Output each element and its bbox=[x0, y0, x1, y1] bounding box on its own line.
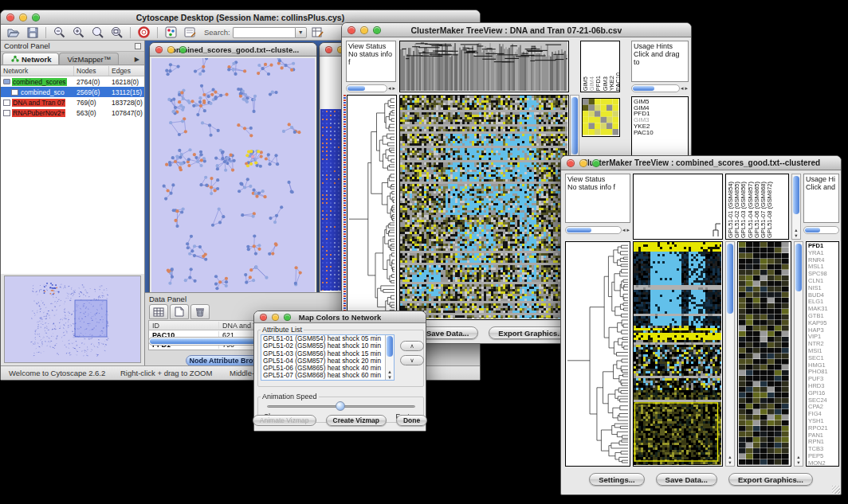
new-attribute-icon[interactable] bbox=[170, 304, 189, 319]
gene-label[interactable]: HRD3 bbox=[808, 383, 838, 390]
gene-label[interactable]: PAN1 bbox=[808, 432, 838, 440]
gene-label[interactable]: PFD1 bbox=[808, 243, 838, 250]
scrollbar-thumb[interactable] bbox=[387, 336, 393, 357]
gene-label-list[interactable]: GIM5GIM4PFD1GIM3YKE2PAC10 bbox=[631, 96, 689, 158]
network-view-titlebar[interactable]: combined_scores_good.txt--cluste... bbox=[150, 43, 316, 57]
minimize-icon[interactable] bbox=[579, 159, 587, 167]
minimize-icon[interactable] bbox=[167, 46, 175, 53]
zoom-window-icon[interactable] bbox=[373, 26, 381, 34]
gene-label[interactable]: GIM5 bbox=[634, 99, 688, 105]
vizmap-icon[interactable] bbox=[163, 25, 179, 39]
open-file-icon[interactable] bbox=[5, 25, 22, 39]
row-dendrogram-panel[interactable] bbox=[347, 95, 397, 320]
attribute-table-icon[interactable] bbox=[309, 25, 326, 39]
treeview-button[interactable]: Settings... bbox=[589, 473, 644, 486]
gene-label[interactable]: BUD4 bbox=[808, 292, 838, 299]
tab-network[interactable]: Network bbox=[2, 53, 59, 64]
row-dendrogram-panel[interactable] bbox=[565, 241, 630, 467]
slider-thumb[interactable] bbox=[336, 401, 345, 411]
similarity-matrix-panel[interactable] bbox=[582, 98, 620, 137]
network-list-column-header[interactable]: Network bbox=[1, 66, 74, 76]
network-row[interactable]: RNAPuberNov2+ 563(0) 107847(0) bbox=[1, 107, 144, 118]
zoom-window-icon[interactable] bbox=[284, 314, 291, 321]
gene-label[interactable]: RNR4 bbox=[808, 257, 838, 264]
resize-grip[interactable] bbox=[832, 486, 840, 494]
genelist-vscrollbar[interactable]: ▴▾ bbox=[794, 241, 803, 467]
heatmap-vscrollbar[interactable]: ▴▾ bbox=[725, 241, 735, 467]
treeview-combined-titlebar[interactable]: ClusterMaker TreeView : combined_scores_… bbox=[561, 156, 841, 170]
gene-label[interactable]: YSH1 bbox=[808, 418, 838, 425]
attribute-select-icon[interactable] bbox=[149, 304, 168, 319]
gene-label[interactable]: KAP95 bbox=[808, 320, 838, 327]
treeview-button[interactable]: Export Graphics... bbox=[728, 473, 813, 486]
move-down-button[interactable]: ∨ bbox=[400, 355, 424, 365]
gene-label[interactable]: YKE2 bbox=[634, 123, 688, 130]
scrollbar-thumb[interactable] bbox=[571, 97, 578, 154]
dialog-titlebar[interactable]: Map Colors to Network bbox=[254, 311, 426, 323]
scrollbar-thumb[interactable] bbox=[347, 86, 365, 91]
delete-attribute-icon[interactable] bbox=[190, 304, 210, 319]
gene-label[interactable]: GPI16 bbox=[808, 390, 838, 397]
gene-label[interactable]: PAC10 bbox=[634, 130, 688, 136]
gene-label[interactable]: GTB1 bbox=[808, 313, 838, 320]
annotation-icon[interactable] bbox=[182, 25, 198, 39]
scrollbar-thumb[interactable] bbox=[727, 244, 733, 314]
column-dendrogram-panel[interactable] bbox=[399, 41, 569, 92]
treeview-button[interactable]: Save Data... bbox=[656, 473, 717, 486]
gene-label-list[interactable]: PFD1YRA1RNR4MSL1SPC98CLN1NIS1BUD4ELG1MAK… bbox=[806, 241, 839, 467]
labels-vscrollbar[interactable]: ▴▾ bbox=[791, 174, 801, 240]
close-icon[interactable] bbox=[155, 46, 163, 53]
overview-canvas[interactable] bbox=[5, 276, 141, 361]
scrollbar-thumb[interactable] bbox=[567, 228, 591, 232]
global-heatmap-panel[interactable] bbox=[633, 241, 723, 467]
animate-vizmap-button[interactable]: Animate Vizmap bbox=[253, 415, 316, 426]
network-row[interactable]: DNA and Tran 07 769(0) 183728(0) bbox=[1, 97, 144, 107]
zoom-window-icon[interactable] bbox=[592, 159, 600, 167]
gene-label[interactable]: PEP5 bbox=[808, 453, 838, 460]
done-button[interactable]: Done bbox=[396, 415, 427, 426]
gene-label[interactable]: SEC24 bbox=[808, 397, 838, 404]
network-canvas[interactable] bbox=[151, 58, 315, 292]
zoom-fit-icon[interactable] bbox=[89, 25, 106, 39]
gene-label[interactable]: MON2 bbox=[808, 460, 838, 467]
help-lifering-icon[interactable] bbox=[135, 25, 152, 39]
gene-label[interactable]: MSI1 bbox=[808, 348, 838, 355]
gene-label[interactable]: HMG1 bbox=[808, 362, 838, 369]
global-heatmap-panel[interactable] bbox=[399, 95, 569, 320]
gene-label[interactable]: TCB3 bbox=[808, 446, 838, 453]
minimize-icon[interactable] bbox=[19, 14, 27, 21]
gene-label[interactable]: GIM3 bbox=[634, 117, 688, 123]
gene-label[interactable]: FIG4 bbox=[808, 411, 838, 418]
minimize-icon[interactable] bbox=[272, 314, 279, 321]
move-up-button[interactable]: ∧ bbox=[400, 341, 424, 351]
create-vizmap-button[interactable]: Create Vizmap bbox=[326, 415, 387, 426]
gene-label[interactable]: SPC98 bbox=[808, 271, 838, 278]
treeview-dna-titlebar[interactable]: ClusterMaker TreeView : DNA and Tran 07-… bbox=[342, 23, 691, 37]
float-panel-icon[interactable] bbox=[135, 43, 141, 49]
column-dendrogram-panel[interactable] bbox=[633, 174, 723, 240]
gene-label[interactable]: HAP3 bbox=[808, 327, 838, 334]
gene-label[interactable]: NIS1 bbox=[808, 285, 838, 292]
gene-label[interactable]: RPO21 bbox=[808, 425, 838, 432]
close-icon[interactable] bbox=[347, 26, 355, 34]
close-icon[interactable] bbox=[325, 46, 332, 53]
scrollbar-thumb[interactable] bbox=[633, 86, 654, 91]
gene-label[interactable]: VIP1 bbox=[808, 334, 838, 341]
gene-label[interactable]: NTR2 bbox=[808, 341, 838, 348]
usage-hints-hscrollbar[interactable]: ◂▸ bbox=[631, 84, 689, 92]
view-status-hscrollbar[interactable]: ◂▸ bbox=[346, 84, 396, 92]
network-view-window[interactable]: combined_scores_good.txt--cluste... bbox=[149, 42, 317, 292]
attribute-col-id[interactable]: ID bbox=[149, 322, 219, 330]
gene-label[interactable]: GIM4 bbox=[634, 105, 688, 111]
scrollbar-thumb[interactable] bbox=[793, 176, 799, 214]
network-list-column-header[interactable]: Nodes bbox=[74, 66, 109, 76]
view-status-hscrollbar[interactable]: ◂▸ bbox=[565, 225, 630, 234]
tab-vizmapper[interactable]: VizMapper™ bbox=[59, 53, 119, 64]
gene-label[interactable]: YRA1 bbox=[808, 250, 838, 257]
zoom-in-icon[interactable] bbox=[70, 25, 87, 39]
close-icon[interactable] bbox=[260, 314, 267, 321]
gene-label[interactable]: CPA2 bbox=[808, 404, 838, 411]
network-list-column-header[interactable]: Edges bbox=[109, 66, 144, 76]
gene-label[interactable]: CLN1 bbox=[808, 278, 838, 285]
save-icon[interactable] bbox=[24, 25, 41, 39]
